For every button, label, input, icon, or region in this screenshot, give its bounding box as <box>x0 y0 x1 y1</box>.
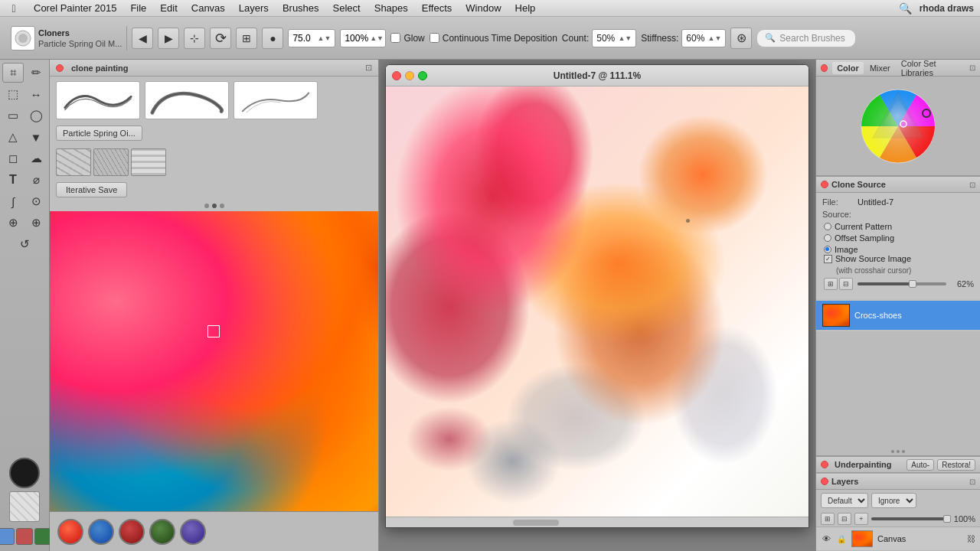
brush-thumb-1[interactable] <box>56 81 140 119</box>
text-tool[interactable]: T <box>2 170 24 190</box>
layer-chain-icon[interactable]: ⛓ <box>967 534 975 543</box>
palette-swatch-1[interactable] <box>57 519 83 545</box>
rotate-tool-button[interactable]: ⟳ <box>210 28 231 49</box>
smudge-tool[interactable]: ☁ <box>25 148 47 168</box>
selection-round-tool[interactable]: ◯ <box>25 106 47 126</box>
restore-button[interactable]: Restora! <box>937 459 975 471</box>
magnify-tool[interactable]: ⊕ <box>25 213 47 233</box>
paint-bucket-tool[interactable]: ▼ <box>25 127 47 147</box>
glow-checkbox-label[interactable]: Glow <box>390 33 424 44</box>
menu-layers[interactable]: Layers <box>233 1 275 15</box>
menu-app-name[interactable]: Corel Painter 2015 <box>28 1 122 15</box>
radio-offset-sampling[interactable]: Offset Sampling <box>824 233 974 243</box>
texture-thumb-1[interactable] <box>56 148 91 176</box>
transform-tool[interactable]: ↔ <box>25 84 47 104</box>
lasso-tool[interactable]: ⌗ <box>2 63 24 83</box>
selected-brush-name[interactable]: Particle Spring Oi... <box>56 126 142 141</box>
show-source-row[interactable]: ✓ Show Source Image <box>824 254 974 263</box>
eraser-tool[interactable]: ◻ <box>2 148 24 168</box>
paint-tool[interactable]: ✏ <box>25 63 47 83</box>
canvas-body[interactable] <box>386 86 808 527</box>
main-color-swatch[interactable] <box>9 458 40 488</box>
path-tool[interactable]: ∫ <box>2 191 24 211</box>
canvas-close-button[interactable] <box>392 71 401 80</box>
menu-canvas[interactable]: Canvas <box>185 1 231 15</box>
shape-design-tool[interactable]: ⊙ <box>25 191 47 211</box>
brush-thumb-2[interactable] <box>145 81 229 119</box>
panel-dot-1[interactable] <box>204 204 209 208</box>
airbrush-button[interactable]: ⊛ <box>730 28 752 49</box>
clone-source-image-item[interactable]: Crocs-shoes <box>816 301 980 330</box>
geometry-tool[interactable]: △ <box>2 127 24 147</box>
opacity-stepper-icon[interactable]: ▲▼ <box>370 34 384 42</box>
menu-select[interactable]: Select <box>327 1 367 15</box>
painting-canvas[interactable] <box>386 86 808 527</box>
clone-fit-button[interactable]: ⊞ <box>824 278 838 290</box>
stamp-tool-button[interactable]: ● <box>262 28 283 49</box>
apple-menu[interactable]:  <box>6 2 21 15</box>
rotate-canvas-tool[interactable]: ↺ <box>14 234 35 254</box>
palette-swatch-2[interactable] <box>88 519 114 545</box>
layers-opacity-thumb[interactable] <box>943 515 951 523</box>
size-stepper-icon[interactable]: ▲▼ <box>318 34 332 42</box>
horizontal-scrollbar[interactable] <box>386 517 808 527</box>
mirror-tool-button[interactable]: ⊞ <box>236 28 257 49</box>
pen-tool[interactable]: ⌀ <box>25 170 47 190</box>
color-wheel-area[interactable] <box>816 77 980 176</box>
clone-options-button[interactable]: ⊟ <box>839 278 853 290</box>
menu-window[interactable]: Window <box>459 1 507 15</box>
layers-close-button[interactable] <box>821 478 828 485</box>
radio-current-pattern[interactable]: Current Pattern <box>824 222 974 231</box>
continuous-checkbox[interactable] <box>430 33 439 43</box>
nav-forward-button[interactable]: ▶ <box>158 28 179 49</box>
paper-texture-swatch[interactable] <box>9 491 40 522</box>
layer-visibility-icon[interactable]: 👁 <box>821 533 831 544</box>
clone-slider-thumb[interactable] <box>909 280 916 288</box>
scrollbar-thumb[interactable] <box>513 520 559 526</box>
clone-panel-expand-button[interactable]: ⊡ <box>969 181 975 189</box>
layers-composite-select[interactable]: Ignore <box>871 493 916 508</box>
clone-slider-track[interactable] <box>858 282 946 285</box>
menu-edit[interactable]: Edit <box>154 1 183 15</box>
count-input[interactable]: 50% ▲▼ <box>592 29 636 47</box>
panel-dot-2[interactable] <box>212 204 217 208</box>
texture-thumb-2[interactable] <box>93 148 129 176</box>
layers-add-button[interactable]: + <box>854 513 868 525</box>
palette-dot-blue[interactable] <box>0 528 15 545</box>
texture-thumb-3[interactable] <box>131 148 166 176</box>
tab-color-set-libraries[interactable]: Color Set Libraries <box>897 57 968 79</box>
menu-effects[interactable]: Effects <box>416 1 459 15</box>
show-source-checkbox[interactable]: ✓ <box>824 255 832 263</box>
brush-opacity-input[interactable]: 100% ▲▼ <box>340 29 386 47</box>
tab-color[interactable]: Color <box>832 62 864 74</box>
panel-dot-3[interactable] <box>220 204 224 208</box>
tab-mixer[interactable]: Mixer <box>865 62 895 74</box>
select-tool-button[interactable]: ⊹ <box>184 28 205 49</box>
palette-dot-green[interactable] <box>34 528 51 545</box>
stiffness-stepper[interactable]: ▲▼ <box>708 34 722 42</box>
brush-panel-close-button[interactable] <box>56 64 64 72</box>
layers-options-button[interactable]: ⊞ <box>821 513 835 525</box>
brush-size-input[interactable]: 75.0 ▲▼ <box>288 29 335 47</box>
resize-handle-dots[interactable] <box>816 448 980 456</box>
canvas-maximize-button[interactable] <box>418 71 427 80</box>
count-stepper[interactable]: ▲▼ <box>618 34 632 42</box>
palette-swatch-3[interactable] <box>119 519 145 545</box>
layers-expand-button[interactable]: ⊡ <box>969 478 975 486</box>
layers-blend-mode-select[interactable]: Default <box>821 493 868 508</box>
nav-back-button[interactable]: ◀ <box>132 28 153 49</box>
menu-brushes[interactable]: Brushes <box>276 1 325 15</box>
radio-image[interactable]: Image <box>824 245 974 254</box>
menu-shapes[interactable]: Shapes <box>368 1 414 15</box>
color-panel-close-button[interactable] <box>821 64 828 72</box>
color-panel-expand-button[interactable]: ⊡ <box>969 64 975 72</box>
auto-button[interactable]: Auto- <box>906 459 934 471</box>
layers-opacity-track[interactable] <box>871 517 951 520</box>
brush-panel-expand-icon[interactable]: ⊡ <box>365 63 372 73</box>
palette-swatch-5[interactable] <box>180 519 206 545</box>
layers-group-button[interactable]: ⊟ <box>838 513 851 525</box>
brush-thumb-3[interactable] <box>234 81 318 119</box>
menu-file[interactable]: File <box>124 1 152 15</box>
layer-row-canvas[interactable]: 👁 🔒 Canvas ⛓ <box>816 527 980 551</box>
menu-help[interactable]: Help <box>509 1 542 15</box>
